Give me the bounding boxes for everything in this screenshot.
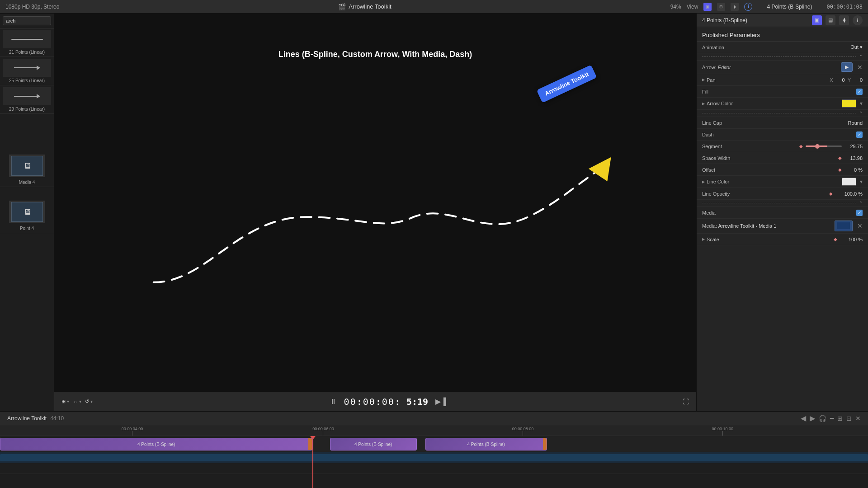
timecode-frames: 5:19 [406,396,428,407]
zoom-level[interactable]: 94% [670,4,681,10]
view-mode-select[interactable]: ⊞▾ [61,399,69,404]
sidebar-item-29-points[interactable]: 29 Points (Linear) [0,85,54,114]
scale-control: ◆ 100 % [834,237,863,242]
line-color-label[interactable]: Line Color [702,179,842,184]
line-color-swatch[interactable] [842,178,856,186]
scale-keyframe[interactable]: ◆ [834,237,837,242]
line-cap-row: Line Cap Round [697,117,868,129]
panel-icon-video[interactable]: ▤ [826,15,835,25]
panel-icon-fx[interactable]: ⧫ [839,15,849,25]
left-sidebar: 21 Points (Linear) 25 Points (Linear) 29… [0,14,54,411]
panel-icon-1[interactable]: ▣ [703,3,712,11]
sidebar-item-25-points[interactable]: 25 Points (Linear) [0,57,54,85]
transport-controls: ⏸ 00:00:00:5:19 ▶▐ [328,395,448,408]
arrow-color-swatch[interactable] [842,99,856,108]
media-name-value: Arrowline Toolkit - Media 1 [718,223,776,229]
sidebar-item-media4[interactable]: 🖥 Media 4 [0,150,54,187]
media-row: Media [697,207,868,219]
scale-value[interactable]: 100 % [840,237,863,242]
ruler-mark-10s: 00:00:10:00 [712,425,733,436]
dash-checkbox[interactable] [856,131,863,138]
step-forward-button[interactable]: ▶▐ [434,395,448,408]
arrow-color-label[interactable]: Arrow Color [702,101,842,106]
fill-checkbox[interactable] [856,89,863,95]
arrow-editor-italic: Editor [718,65,731,70]
sidebar-item-point4[interactable]: 🖥 Point 4 [0,196,54,233]
timeline-tracks: 4 Points (B-Spline) 4 Points (B-Spline) … [0,436,868,488]
panel-icon-params[interactable]: ▣ [812,15,822,25]
fullscreen-icon[interactable]: ⛶ [683,398,689,405]
space-width-keyframe[interactable]: ◆ [838,155,842,160]
clip-3[interactable]: 4 Points (B-Spline) [425,438,547,450]
pan-y-val[interactable]: 0 [854,77,863,83]
film-icon: 🎬 [338,3,346,10]
segment-row: Segment ◆ 29.75 [697,141,868,152]
line-color-dropdown-arrow[interactable]: ▾ [860,178,863,185]
clip-1[interactable]: 4 Points (B-Spline) [0,438,312,450]
segment-value[interactable]: 29.75 [844,144,863,149]
clip-1-end-marker [308,438,312,450]
offset-keyframe[interactable]: ◆ [838,167,842,172]
offset-row: Offset ◆ 0 % [697,164,868,176]
line-opacity-value[interactable]: 100.0 % [835,191,863,197]
pan-xy-inputs: X 0 Y 0 [830,77,863,83]
space-width-label: Space Width [702,155,838,161]
arrow-editor-close-btn[interactable]: ✕ [857,64,863,71]
scale-label[interactable]: Scale [702,237,834,242]
segment-slider[interactable] [806,145,842,147]
media-label: Media [702,210,856,216]
pan-x-val[interactable]: 0 [836,77,845,83]
transform-select[interactable]: ↔▾ [73,399,81,404]
space-width-control: ◆ 13.98 [838,155,863,161]
clip-3-end-marker [543,438,547,450]
line-color-row: Line Color ▾ [697,176,868,188]
timeline-icon-expand[interactable]: ⊞ [837,415,843,422]
media-thumbnail[interactable] [835,221,853,231]
timeline-icon-mute[interactable]: ━ [830,415,834,422]
timeline-title: Arrowline Toolkit [7,415,47,422]
panel-icon-2[interactable]: ⊞ [717,3,725,11]
offset-value[interactable]: 0 % [844,167,863,173]
timeline-header: Arrowline Toolkit 44:10 ◀ ▶ 🎧 ━ ⊞ ⊡ ✕ [0,412,868,425]
view-button[interactable]: View [687,4,698,10]
pan-label[interactable]: Pan [702,77,830,83]
media-close-btn[interactable]: ✕ [857,222,863,230]
line-cap-value[interactable]: Round [848,120,863,126]
playback-select[interactable]: ↺▾ [85,399,93,404]
sidebar-search-container [0,14,54,28]
pan-row: Pan X 0 Y 0 [697,74,868,86]
playhead[interactable] [312,436,313,488]
top-bar-right: 94% View ▣ ⊞ ⧫ i 4 Points (B-Spline) 00:… [670,3,863,11]
panel-icon-3[interactable]: ⧫ [731,3,739,11]
arrow-line-canvas [54,14,696,391]
main-area: 21 Points (Linear) 25 Points (Linear) 29… [0,14,868,411]
arrow-editor-btn-group: ▶ ✕ [841,62,863,72]
pause-button[interactable]: ⏸ [328,396,339,408]
ruler-mark-6s: 00:00:06:00 [312,425,334,436]
next-btn[interactable]: ▶ [810,414,815,422]
search-input[interactable] [3,16,51,25]
timeline-icon-close[interactable]: ✕ [855,415,861,422]
sidebar-item-21-points[interactable]: 21 Points (Linear) [0,28,54,57]
ruler-mark-8s: 00:00:08:00 [512,425,534,436]
pan-x-label: X [830,77,833,83]
panel-clip-name: 4 Points (B-Spline) [702,17,747,23]
arrow-color-dropdown-arrow[interactable]: ▾ [860,100,863,107]
video-controls: ⊞▾ ↔▾ ↺▾ ⏸ 00:00:00:5:19 ▶▐ ⛶ [54,391,696,411]
info-icon[interactable]: i [744,3,752,11]
vc-left: ⊞▾ ↔▾ ↺▾ [61,399,93,404]
clip-2[interactable]: 4 Points (B-Spline) [330,438,417,450]
prev-btn[interactable]: ◀ [801,414,806,422]
timeline-icon-headphones[interactable]: 🎧 [819,415,826,422]
line-opacity-keyframe[interactable]: ◆ [829,191,833,196]
panel-icon-info[interactable]: i [853,15,863,25]
animation-row: Animation Out ▾ [697,42,868,53]
arrow-editor-play-btn[interactable]: ▶ [841,62,853,72]
animation-value[interactable]: Out ▾ [850,44,863,50]
media-checkbox[interactable] [856,210,863,216]
space-width-value[interactable]: 13.98 [844,155,863,161]
segment-keyframe[interactable]: ◆ [799,144,803,149]
timeline-icon-zoom[interactable]: ⊡ [846,415,852,422]
space-width-row: Space Width ◆ 13.98 [697,152,868,164]
toolkit-name: Arrowline Toolkit [349,3,391,10]
